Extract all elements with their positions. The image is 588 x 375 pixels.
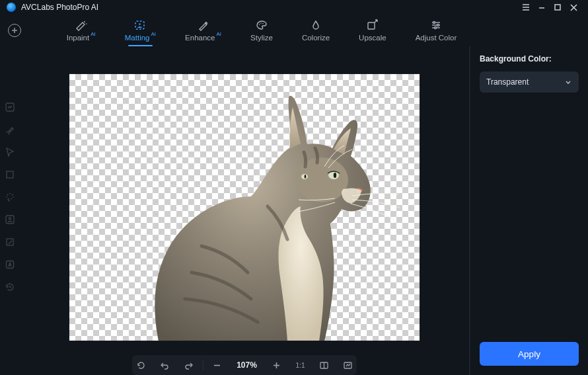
background-color-select[interactable]: Transparent bbox=[480, 71, 579, 93]
svg-point-13 bbox=[259, 24, 260, 25]
fit-screen-icon[interactable] bbox=[318, 359, 330, 371]
tool-matting-label: Matting bbox=[125, 34, 150, 42]
history-tool-icon[interactable] bbox=[3, 280, 17, 294]
colorize-icon bbox=[309, 19, 322, 31]
tool-inpaint-label: Inpaint bbox=[67, 34, 90, 42]
minimize-button[interactable] bbox=[534, 0, 550, 15]
ai-badge: AI bbox=[151, 31, 157, 37]
svg-point-20 bbox=[433, 22, 435, 24]
svg-rect-40 bbox=[344, 362, 351, 368]
app-logo-icon bbox=[7, 3, 16, 12]
svg-point-10 bbox=[86, 23, 87, 24]
menu-icon[interactable] bbox=[518, 0, 534, 15]
tool-inpaint[interactable]: InpaintAI bbox=[67, 19, 96, 42]
chevron-down-icon bbox=[564, 78, 572, 86]
tool-enhance[interactable]: EnhanceAI bbox=[185, 19, 221, 42]
brush-tool-icon[interactable] bbox=[3, 123, 17, 136]
svg-point-14 bbox=[260, 22, 262, 24]
matting-icon bbox=[133, 19, 147, 31]
subject-image bbox=[69, 74, 420, 341]
select-tool-icon[interactable] bbox=[3, 101, 17, 114]
compare-icon[interactable] bbox=[342, 359, 354, 371]
svg-point-9 bbox=[84, 21, 85, 22]
app-title: AVCLabs PhotoPro AI bbox=[21, 3, 98, 12]
left-tool-strip bbox=[0, 46, 20, 375]
tool-upscale[interactable]: Upscale bbox=[359, 19, 386, 42]
apply-button-label: Apply bbox=[518, 349, 540, 359]
title-bar: AVCLabs PhotoPro AI bbox=[0, 0, 588, 15]
add-image-button[interactable] bbox=[8, 24, 21, 37]
upscale-icon bbox=[366, 19, 379, 31]
svg-rect-4 bbox=[555, 5, 560, 10]
stylize-icon bbox=[255, 19, 268, 31]
redo-icon[interactable] bbox=[183, 359, 195, 371]
tool-stylize[interactable]: Stylize bbox=[250, 19, 273, 42]
maximize-button[interactable] bbox=[550, 0, 566, 15]
svg-point-27 bbox=[9, 218, 11, 220]
zoom-in-icon[interactable] bbox=[271, 359, 283, 371]
panel-heading: Background Color: bbox=[480, 54, 579, 63]
apply-button[interactable]: Apply bbox=[480, 342, 579, 366]
reset-view-icon[interactable] bbox=[135, 359, 147, 371]
svg-point-22 bbox=[434, 27, 436, 29]
ai-badge: AI bbox=[216, 31, 221, 37]
tool-adjust-label: Adjust Color bbox=[416, 34, 457, 42]
tool-colorize-label: Colorize bbox=[302, 34, 330, 42]
top-toolbar: InpaintAI MattingAI EnhanceAI Stylize Co… bbox=[0, 15, 588, 46]
svg-point-32 bbox=[334, 173, 336, 178]
svg-rect-16 bbox=[368, 22, 375, 29]
zoom-value: 107% bbox=[235, 360, 259, 370]
tool-enhance-label: Enhance bbox=[185, 34, 215, 42]
undo-icon[interactable] bbox=[159, 359, 171, 371]
svg-point-15 bbox=[262, 23, 264, 24]
enhance-icon bbox=[197, 19, 210, 31]
svg-point-34 bbox=[305, 175, 307, 179]
right-panel: Background Color: Transparent Apply bbox=[469, 46, 588, 375]
tool-adjust-color[interactable]: Adjust Color bbox=[416, 19, 457, 42]
portrait-tool-icon[interactable] bbox=[3, 213, 17, 226]
crop-tool-icon[interactable] bbox=[3, 235, 17, 249]
inpaint-icon bbox=[75, 19, 88, 31]
tool-upscale-label: Upscale bbox=[359, 34, 386, 42]
svg-rect-28 bbox=[7, 239, 13, 245]
tool-matting[interactable]: MattingAI bbox=[125, 19, 156, 42]
ai-badge: AI bbox=[91, 31, 96, 37]
svg-rect-11 bbox=[135, 21, 144, 29]
adjust-icon bbox=[429, 19, 443, 31]
svg-point-21 bbox=[437, 24, 439, 26]
zoom-actual-icon[interactable]: 1:1 bbox=[295, 359, 307, 371]
text-tool-icon[interactable] bbox=[3, 258, 17, 271]
lasso-tool-icon[interactable] bbox=[3, 190, 17, 204]
image-canvas[interactable] bbox=[69, 74, 420, 341]
rect-tool-icon[interactable] bbox=[3, 168, 17, 181]
zoom-out-icon[interactable] bbox=[211, 359, 223, 371]
cursor-tool-icon[interactable] bbox=[3, 146, 17, 159]
close-button[interactable] bbox=[566, 0, 581, 15]
svg-point-25 bbox=[7, 194, 13, 199]
zoom-toolbar: 107% 1:1 bbox=[132, 355, 357, 375]
canvas-area: 107% 1:1 bbox=[20, 46, 469, 375]
svg-point-30 bbox=[295, 157, 348, 202]
background-color-value: Transparent bbox=[486, 77, 529, 87]
tool-stylize-label: Stylize bbox=[250, 34, 273, 42]
tool-colorize[interactable]: Colorize bbox=[302, 19, 330, 42]
svg-point-12 bbox=[139, 23, 141, 24]
svg-rect-24 bbox=[7, 171, 13, 178]
